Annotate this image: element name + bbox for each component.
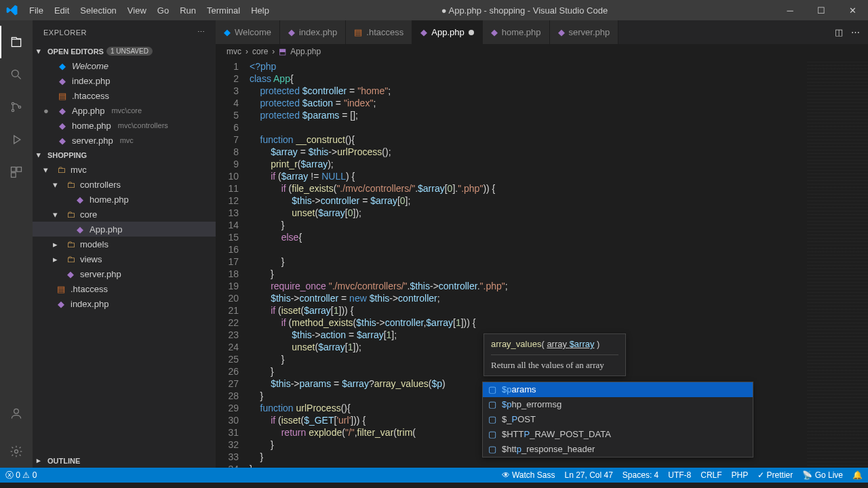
maximize-button[interactable]: ☐ xyxy=(806,0,837,20)
section-outline[interactable]: ▸OUTLINE xyxy=(33,453,216,468)
unsaved-badge: 1 UNSAVED xyxy=(106,47,153,56)
folder-item[interactable]: ▾🗀controllers xyxy=(33,177,216,192)
status-bell-icon[interactable]: 🔔 xyxy=(852,470,863,480)
svg-point-7 xyxy=(14,409,19,413)
status-prettier[interactable]: ✓ Prettier xyxy=(757,470,793,480)
status-watch-sass[interactable]: 👁 Watch Sass xyxy=(502,470,555,480)
file-item[interactable]: ◆home.php xyxy=(33,192,216,207)
signature-help: array_values( array $array ) Return all … xyxy=(484,333,626,376)
title-bar: File Edit Selection View Go Run Terminal… xyxy=(0,0,868,20)
breadcrumb[interactable]: mvc› core› ⬒App.php xyxy=(216,44,868,59)
svg-point-8 xyxy=(15,450,18,453)
folder-item[interactable]: ▸🗀views xyxy=(33,251,216,266)
suggestion-item[interactable]: ▢$params xyxy=(483,382,753,397)
status-eol[interactable]: CRLF xyxy=(701,470,722,480)
open-editor-item[interactable]: ◆home.phpmvc\controllers xyxy=(33,118,216,133)
svg-rect-6 xyxy=(12,173,16,178)
tab-server-php[interactable]: ◆server.php xyxy=(550,20,619,44)
status-bar: ⓧ 0 ⚠ 0 👁 Watch Sass Ln 27, Col 47 Space… xyxy=(0,468,868,483)
tab-App-php[interactable]: ◆App.php xyxy=(412,20,482,44)
suggestion-item[interactable]: ▢$http_response_header xyxy=(483,442,753,457)
file-item[interactable]: ◆index.php xyxy=(33,296,216,311)
tab-more-icon[interactable]: ⋯ xyxy=(851,27,860,37)
tab-Welcome[interactable]: ◆Welcome xyxy=(216,20,280,44)
activity-extensions[interactable] xyxy=(0,156,33,188)
menu-go[interactable]: Go xyxy=(152,5,174,16)
svg-point-0 xyxy=(12,70,18,77)
tabs: ◆Welcome◆index.php▤.htaccess◆App.php◆hom… xyxy=(216,20,868,44)
activity-settings[interactable] xyxy=(0,435,33,468)
close-button[interactable]: ✕ xyxy=(837,0,868,20)
menu-terminal[interactable]: Terminal xyxy=(201,5,245,16)
tab-home-php[interactable]: ◆home.php xyxy=(483,20,550,44)
file-item[interactable]: ▤.htaccess xyxy=(33,281,216,296)
menu-view[interactable]: View xyxy=(122,5,152,16)
editor-area: ◆Welcome◆index.php▤.htaccess◆App.php◆hom… xyxy=(216,20,868,468)
svg-rect-4 xyxy=(12,167,16,172)
activity-bar xyxy=(0,20,33,468)
svg-point-1 xyxy=(12,102,14,104)
menu-bar: File Edit Selection View Go Run Terminal… xyxy=(24,5,275,16)
activity-scm[interactable] xyxy=(0,91,33,123)
minimap[interactable] xyxy=(807,59,868,468)
sidebar-more-icon[interactable]: ⋯ xyxy=(197,28,205,37)
status-golive[interactable]: 📡 Go Live xyxy=(802,470,843,480)
folder-item[interactable]: ▸🗀models xyxy=(33,237,216,251)
status-lang[interactable]: PHP xyxy=(732,470,749,480)
sidebar-title: EXPLORER xyxy=(43,28,87,37)
split-editor-icon[interactable]: ◫ xyxy=(835,27,843,37)
window-title: ● App.php - shopping - Visual Studio Cod… xyxy=(275,5,774,16)
activity-search[interactable] xyxy=(0,58,33,91)
menu-selection[interactable]: Selection xyxy=(75,5,121,16)
section-open-editors[interactable]: ▾ OPEN EDITORS 1 UNSAVED xyxy=(33,44,216,58)
section-project[interactable]: ▾SHOPPING xyxy=(33,148,216,162)
menu-run[interactable]: Run xyxy=(174,5,201,16)
status-errors[interactable]: ⓧ 0 ⚠ 0 xyxy=(5,470,37,481)
activity-account[interactable] xyxy=(0,397,33,430)
tab-index-php[interactable]: ◆index.php xyxy=(280,20,346,44)
suggestion-item[interactable]: ▢$php_errormsg xyxy=(483,397,753,412)
sidebar: EXPLORER ⋯ ▾ OPEN EDITORS 1 UNSAVED ◆Wel… xyxy=(33,20,216,468)
open-editor-item[interactable]: ▤.htaccess xyxy=(33,88,216,103)
svg-rect-5 xyxy=(17,167,22,172)
open-editor-item[interactable]: ◆index.php xyxy=(33,73,216,88)
file-item[interactable]: ◆App.php xyxy=(33,222,216,237)
suggestion-list[interactable]: ▢$params▢$php_errormsg▢$_POST▢$HTTP_RAW_… xyxy=(482,382,753,458)
tab--htaccess[interactable]: ▤.htaccess xyxy=(346,20,412,44)
menu-help[interactable]: Help xyxy=(245,5,275,16)
open-editor-item[interactable]: ●◆App.phpmvc\core xyxy=(33,103,216,118)
open-editor-item[interactable]: ◆Welcome xyxy=(33,58,216,73)
code-editor[interactable]: 1234567891011121314151617181920212223242… xyxy=(216,59,868,468)
menu-edit[interactable]: Edit xyxy=(49,5,75,16)
svg-point-2 xyxy=(12,109,14,111)
minimize-button[interactable]: ─ xyxy=(774,0,806,20)
activity-debug[interactable] xyxy=(0,123,33,156)
folder-item[interactable]: ▾🗀core xyxy=(33,207,216,222)
status-encoding[interactable]: UTF-8 xyxy=(668,470,691,480)
activity-explorer[interactable] xyxy=(0,26,33,58)
suggestion-item[interactable]: ▢$HTTP_RAW_POST_DATA xyxy=(483,427,753,442)
menu-file[interactable]: File xyxy=(24,5,49,16)
suggestion-item[interactable]: ▢$_POST xyxy=(483,412,753,427)
vscode-logo xyxy=(0,3,24,17)
open-editor-item[interactable]: ◆server.phpmvc xyxy=(33,133,216,148)
status-spaces[interactable]: Spaces: 4 xyxy=(623,470,658,480)
file-item[interactable]: ◆server.php xyxy=(33,266,216,281)
folder-item[interactable]: ▾🗀mvc xyxy=(33,162,216,177)
status-cursor[interactable]: Ln 27, Col 47 xyxy=(564,470,612,480)
